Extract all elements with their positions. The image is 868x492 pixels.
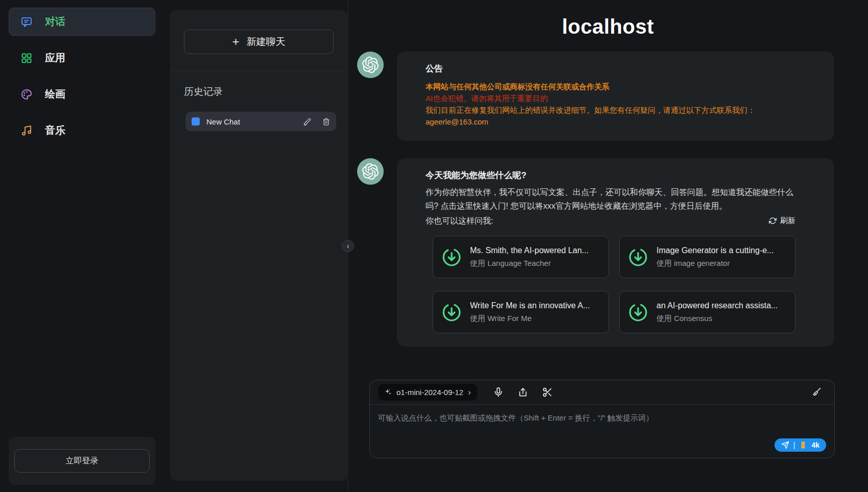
history-title: 历史记录: [184, 85, 334, 99]
assistant-avatar: [357, 52, 384, 78]
screenshot-button[interactable]: [542, 387, 553, 398]
sidebar-item-label: 绘画: [45, 87, 65, 101]
welcome-bubble: 今天我能为您做些什么呢? 作为你的智慧伙伴，我不仅可以写文案、出点子，还可以和你…: [397, 158, 834, 347]
upload-icon: [518, 387, 528, 398]
new-chat-label: 新建聊天: [247, 35, 286, 48]
refresh-label: 刷新: [780, 216, 795, 226]
suggestion-card[interactable]: Image Generator is a cutting-e... 使用 ima…: [619, 236, 795, 278]
suggestion-subtitle: 使用 Consensus: [656, 314, 778, 324]
sidebar: 对话 应用 绘画 音乐: [0, 0, 163, 492]
download-circle-icon: [441, 247, 462, 267]
suggestion-text: Write For Me is an innovative A... 使用 Wr…: [470, 301, 590, 324]
hint-row: 你也可以这样问我: 刷新: [426, 214, 795, 228]
trash-icon: [322, 118, 330, 126]
send-plane-icon: [781, 441, 789, 449]
announcement-contact-email: ageerle@163.com: [426, 116, 795, 128]
delete-chat-button[interactable]: [322, 118, 330, 126]
suggestion-text: Image Generator is a cutting-e... 使用 ima…: [656, 246, 773, 268]
pencil-icon: [303, 118, 311, 126]
suggestion-card[interactable]: Write For Me is an innovative A... 使用 Wr…: [433, 291, 609, 333]
composer-body: | 4k: [370, 405, 834, 458]
sidebar-item-label: 对话: [45, 15, 65, 29]
chat-list-panel: + 新建聊天 历史记录 New Chat: [163, 0, 347, 492]
download-circle-icon: [441, 302, 462, 323]
sidebar-spacer: [9, 153, 155, 437]
composer: o1-mini-2024-09-12 ›: [369, 380, 835, 458]
announcement-line: AI也会犯错。请勿将其用于重要目的: [426, 92, 795, 104]
login-button[interactable]: 立即登录: [14, 449, 150, 473]
new-chat-button[interactable]: + 新建聊天: [184, 30, 334, 54]
list-divider: [170, 70, 347, 71]
suggestion-subtitle: 使用 image generator: [656, 259, 773, 268]
microphone-icon: [493, 387, 504, 398]
app-window: 对话 应用 绘画 音乐: [0, 0, 868, 492]
chevron-left-icon: ‹: [347, 242, 349, 250]
page-title: localhost: [348, 15, 868, 38]
chat-scroll-area: localhost 公告 本网站与任何其他公司或商标没有任何关联或合作关系 AI…: [348, 0, 868, 380]
welcome-body: 作为你的智慧伙伴，我不仅可以写文案、出点子，还可以和你聊天、回答问题。想知道我还…: [426, 185, 795, 213]
model-selector[interactable]: o1-mini-2024-09-12 ›: [378, 384, 477, 401]
login-card: 立即登录: [9, 437, 155, 485]
suggestion-subtitle: 使用 Write For Me: [470, 314, 590, 324]
sidebar-item-label: 应用: [45, 51, 65, 65]
suggestion-card[interactable]: an AI-powered research assista... 使用 Con…: [619, 291, 795, 333]
suggestion-title: an AI-powered research assista...: [656, 301, 778, 310]
sidebar-item-paint[interactable]: 绘画: [9, 80, 155, 108]
sparkle-icon: [384, 388, 392, 396]
refresh-icon: [769, 217, 777, 225]
welcome-title: 今天我能为您做些什么呢?: [426, 169, 795, 181]
badge-separator: |: [793, 441, 795, 449]
broom-icon: [811, 387, 822, 398]
sidebar-item-apps[interactable]: 应用: [9, 44, 155, 72]
main-area: ‹ localhost 公告 本网站与任何其他公司或商标没有任何关联或合作关系 …: [347, 0, 868, 492]
collapse-sidebar-button[interactable]: ‹: [342, 240, 354, 252]
voice-input-button[interactable]: [493, 387, 504, 398]
token-coin-icon: [799, 441, 807, 449]
message-welcome: 今天我能为您做些什么呢? 作为你的智慧伙伴，我不仅可以写文案、出点子，还可以和你…: [357, 158, 834, 347]
suggestion-subtitle: 使用 Language Teacher: [470, 259, 589, 268]
apps-grid-icon: [20, 52, 33, 64]
composer-toolbar: o1-mini-2024-09-12 ›: [370, 380, 834, 405]
message-input[interactable]: [370, 405, 834, 458]
rename-chat-button[interactable]: [303, 118, 311, 126]
suggestion-card[interactable]: Ms. Smith, the AI-powered Lan... 使用 Lang…: [433, 236, 609, 278]
send-token-badge[interactable]: | 4k: [775, 438, 826, 452]
suggestion-title: Write For Me is an innovative A...: [470, 301, 590, 310]
suggestion-grid: Ms. Smith, the AI-powered Lan... 使用 Lang…: [433, 236, 795, 333]
openai-logo-icon: [362, 163, 379, 180]
suggestion-title: Ms. Smith, the AI-powered Lan...: [470, 246, 589, 255]
announcement-title: 公告: [426, 63, 795, 75]
download-circle-icon: [628, 302, 648, 323]
chat-bubble-icon: [20, 16, 33, 28]
token-count: 4k: [811, 441, 819, 449]
upload-file-button[interactable]: [518, 387, 528, 398]
assistant-avatar: [357, 158, 384, 185]
ask-hint: 你也可以这样问我:: [426, 214, 493, 228]
announcement-line: 我们目前正在修复我们网站上的错误并改进细节。如果您有任何疑问，请通过以下方式联系…: [426, 104, 795, 116]
sidebar-item-label: 音乐: [45, 124, 65, 137]
chevron-right-icon: ›: [468, 388, 471, 397]
scissors-icon: [542, 387, 553, 398]
history-item-new-chat[interactable]: New Chat: [185, 112, 336, 131]
suggestion-title: Image Generator is a cutting-e...: [656, 246, 773, 255]
chat-list-card: + 新建聊天 历史记录 New Chat: [170, 10, 347, 481]
model-label: o1-mini-2024-09-12: [396, 388, 463, 397]
refresh-suggestions-button[interactable]: 刷新: [769, 216, 795, 226]
clear-context-button[interactable]: [811, 387, 822, 398]
plus-icon: +: [232, 36, 239, 48]
chat-color-swatch: [192, 117, 200, 126]
suggestion-text: an AI-powered research assista... 使用 Con…: [656, 301, 778, 324]
history-item-title: New Chat: [206, 117, 292, 126]
openai-logo-icon: [362, 57, 379, 73]
announcement-line: 本网站与任何其他公司或商标没有任何关联或合作关系: [426, 81, 795, 92]
sidebar-item-music[interactable]: 音乐: [9, 116, 155, 144]
download-circle-icon: [628, 247, 648, 267]
music-note-icon: [20, 125, 33, 137]
sidebar-item-chat[interactable]: 对话: [9, 8, 155, 36]
palette-icon: [20, 88, 33, 101]
suggestion-text: Ms. Smith, the AI-powered Lan... 使用 Lang…: [470, 246, 589, 268]
message-announcement: 公告 本网站与任何其他公司或商标没有任何关联或合作关系 AI也会犯错。请勿将其用…: [357, 52, 834, 141]
announcement-bubble: 公告 本网站与任何其他公司或商标没有任何关联或合作关系 AI也会犯错。请勿将其用…: [397, 52, 834, 141]
